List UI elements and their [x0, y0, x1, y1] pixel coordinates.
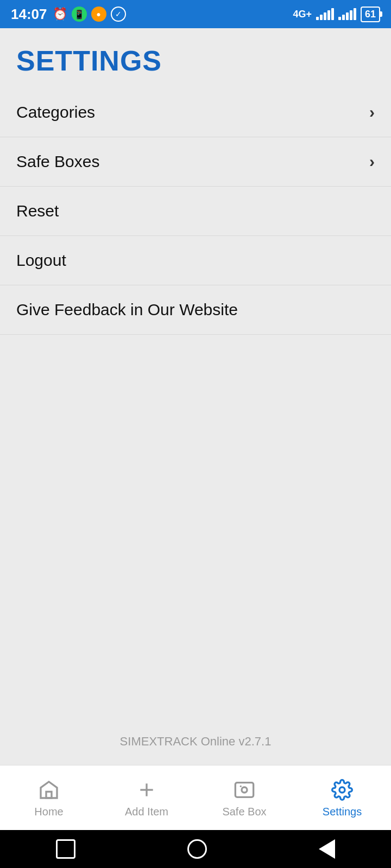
chevron-right-icon-safe-boxes: ›: [369, 152, 375, 171]
status-time: 14:07: [11, 6, 47, 23]
menu-item-categories[interactable]: Categories ›: [0, 88, 391, 137]
menu-item-label-safe-boxes: Safe Boxes: [16, 152, 99, 171]
android-back-button[interactable]: [319, 839, 335, 859]
signal-bars-1: [316, 8, 334, 20]
battery-level: 61: [365, 9, 376, 20]
battery-indicator: 61: [361, 7, 380, 22]
settings-icon: [330, 777, 355, 802]
status-bar: 14:07 ⏰ 📱 ● ✓ 4G+: [0, 0, 391, 28]
menu-item-logout[interactable]: Logout: [0, 236, 391, 285]
nav-label-home: Home: [34, 806, 63, 818]
nav-item-settings[interactable]: Settings: [293, 777, 391, 818]
status-right: 4G+ 61: [293, 7, 380, 22]
network-type: 4G+: [293, 9, 312, 20]
nav-label-settings: Settings: [323, 806, 362, 818]
menu-item-label-feedback: Give Feedback in Our Website: [16, 301, 238, 319]
menu-item-label-logout: Logout: [16, 251, 66, 270]
add-item-icon: [134, 777, 159, 802]
status-notification-icons: ⏰ 📱 ● ✓: [53, 7, 126, 22]
menu-item-reset[interactable]: Reset: [0, 187, 391, 236]
svg-point-4: [242, 787, 247, 793]
nav-item-home[interactable]: Home: [0, 777, 98, 818]
bottom-navigation: Home Add Item Safe Box: [0, 765, 391, 830]
svg-rect-0: [46, 792, 52, 798]
menu-item-label-categories: Categories: [16, 103, 95, 122]
main-content: SETTINGS Categories › Safe Boxes › Reset…: [0, 28, 391, 765]
menu-item-safe-boxes[interactable]: Safe Boxes ›: [0, 137, 391, 187]
nav-label-safe-box: Safe Box: [222, 806, 266, 818]
android-navigation-bar: [0, 830, 391, 868]
check-icon: ✓: [111, 7, 126, 22]
status-left: 14:07 ⏰ 📱 ● ✓: [11, 6, 126, 23]
nav-item-safe-box[interactable]: Safe Box: [195, 777, 293, 818]
svg-point-6: [339, 787, 345, 793]
version-text: SIMEXTRACK Online v2.7.1: [0, 724, 391, 760]
android-home-button[interactable]: [187, 839, 207, 859]
safe-box-icon: [232, 777, 257, 802]
home-icon: [36, 777, 61, 802]
svg-rect-3: [235, 783, 253, 797]
page-title: SETTINGS: [0, 28, 391, 88]
menu-item-feedback[interactable]: Give Feedback in Our Website: [0, 285, 391, 335]
chevron-right-icon-categories: ›: [369, 103, 375, 122]
whatsapp-icon: 📱: [72, 7, 87, 22]
android-recents-button[interactable]: [56, 839, 75, 859]
settings-menu-list: Categories › Safe Boxes › Reset Logout G…: [0, 88, 391, 406]
nav-item-add-item[interactable]: Add Item: [98, 777, 195, 818]
nav-label-add-item: Add Item: [125, 806, 168, 818]
app-icon-1: ●: [91, 7, 106, 22]
menu-item-label-reset: Reset: [16, 202, 59, 220]
alarm-icon: ⏰: [53, 7, 67, 21]
signal-bars-2: [338, 8, 356, 20]
